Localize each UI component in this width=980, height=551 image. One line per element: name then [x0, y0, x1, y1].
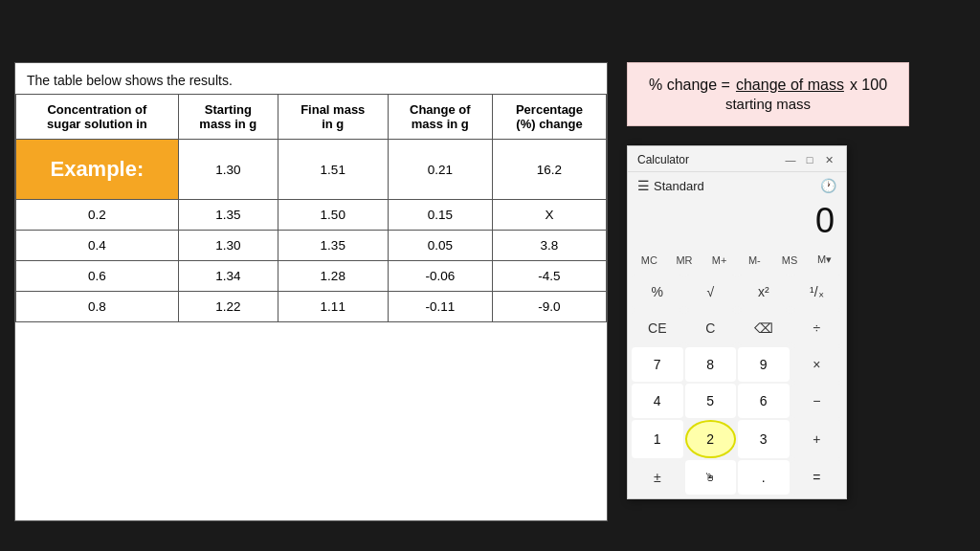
col-header-final-mass: Final massin g: [278, 95, 388, 140]
cell-pct-0: 16.2: [492, 140, 606, 200]
calc-ce-button[interactable]: CE: [632, 311, 683, 345]
calc-close-button[interactable]: ✕: [821, 152, 836, 167]
table-description: The table below shows the results.: [15, 63, 607, 94]
cell-change-3: -0.06: [388, 261, 492, 292]
cell-starting-mass-2: 1.30: [178, 231, 278, 261]
calc-equals-button[interactable]: =: [791, 460, 843, 495]
calc-restore-button[interactable]: □: [802, 152, 817, 167]
table-section: The table below shows the results. Conce…: [14, 62, 608, 521]
cell-final-mass-1: 1.50: [278, 200, 388, 231]
cell-starting-mass-1: 1.35: [178, 200, 278, 231]
calc-header: ☰ Standard 🕐: [628, 172, 846, 197]
history-icon[interactable]: 🕐: [820, 178, 836, 193]
cell-pct-3: -4.5: [492, 261, 606, 292]
cell-final-mass-4: 1.11: [278, 292, 388, 322]
cell-pct-4: -9.0: [492, 292, 606, 322]
calc-titlebar: Calculator — □ ✕: [628, 146, 846, 172]
calc-title: Calculator: [637, 153, 689, 166]
cell-final-mass-3: 1.28: [278, 261, 388, 292]
calc-7-button[interactable]: 7: [632, 347, 683, 382]
cell-change-0: 0.21: [388, 140, 492, 200]
calc-8-button[interactable]: 8: [685, 347, 737, 382]
formula-prefix: % change =: [649, 77, 730, 94]
cell-starting-mass-4: 1.22: [178, 292, 278, 322]
calc-decimal-button[interactable]: .: [738, 460, 790, 495]
calc-sqrt-button[interactable]: √: [685, 275, 737, 309]
calc-ms-button[interactable]: MS: [772, 249, 808, 271]
cell-final-mass-0: 1.51: [278, 140, 388, 200]
table-row: 0.4 1.30 1.35 0.05 3.8: [16, 231, 607, 261]
cell-starting-mass-0: 1.30: [178, 140, 278, 200]
right-section: % change = change of mass x 100 starting…: [627, 62, 909, 499]
calc-add-button[interactable]: +: [791, 420, 843, 458]
cell-change-2: 0.05: [388, 231, 492, 261]
calc-memory-row: MC MR M+ M- MS M▾: [628, 249, 846, 271]
col-header-change-of-mass: Change ofmass in g: [388, 95, 492, 140]
cell-change-1: 0.15: [388, 200, 492, 231]
calc-reciprocal-button[interactable]: ¹/ₓ: [791, 275, 843, 309]
calc-2-button[interactable]: 2: [685, 420, 737, 458]
calculator: Calculator — □ ✕ ☰ Standard 🕐 0 MC: [627, 145, 847, 499]
calc-9-button[interactable]: 9: [738, 347, 790, 382]
table-row: 0.2 1.35 1.50 0.15 X: [16, 200, 607, 231]
cell-pct-2: 3.8: [492, 231, 606, 261]
hamburger-icon[interactable]: ☰: [637, 178, 650, 193]
calc-square-button[interactable]: x²: [738, 275, 790, 309]
table-row: Example: 1.30 1.51 0.21 16.2: [16, 140, 607, 200]
calc-mode-label: Standard: [654, 179, 704, 193]
calc-multiply-button[interactable]: ×: [791, 347, 843, 382]
data-table: Concentration ofsugar solution in Starti…: [15, 94, 607, 322]
calc-3-button[interactable]: 3: [738, 420, 790, 458]
cell-change-4: -0.11: [388, 292, 492, 322]
table-row: 0.6 1.34 1.28 -0.06 -4.5: [16, 261, 607, 292]
calc-1-button[interactable]: 1: [632, 420, 683, 458]
col-header-starting-mass: Startingmass in g: [178, 95, 278, 140]
cell-conc-3: 0.6: [16, 261, 179, 292]
formula-numerator: change of mass: [736, 77, 844, 94]
calc-percent-button[interactable]: %: [632, 275, 683, 309]
calc-4-button[interactable]: 4: [632, 384, 683, 418]
table-row: 0.8 1.22 1.11 -0.11 -9.0: [16, 292, 607, 322]
calc-6-button[interactable]: 6: [738, 384, 790, 418]
example-cell: Example:: [16, 140, 179, 200]
formula-denominator: starting mass: [649, 96, 887, 112]
calc-minimize-button[interactable]: —: [783, 152, 798, 167]
calc-display: 0: [628, 197, 846, 249]
col-header-concentration: Concentration ofsugar solution in: [16, 95, 179, 140]
formula-box: % change = change of mass x 100 starting…: [627, 62, 909, 126]
calc-divide-button[interactable]: ÷: [791, 311, 843, 345]
cell-pct-1: X: [492, 200, 606, 231]
cell-conc-2: 0.4: [16, 231, 179, 261]
calc-window-controls: — □ ✕: [783, 152, 836, 167]
calc-5-button[interactable]: 5: [685, 384, 737, 418]
main-content: The table below shows the results. Conce…: [0, 0, 980, 551]
cell-conc-4: 0.8: [16, 292, 179, 322]
calc-mmore-button[interactable]: M▾: [807, 249, 842, 271]
cell-starting-mass-3: 1.34: [178, 261, 278, 292]
cell-final-mass-2: 1.35: [278, 231, 388, 261]
col-header-percentage-change: Percentage(%) change: [492, 95, 606, 140]
calc-0-button[interactable]: 🖱: [685, 460, 737, 495]
calc-mminus-button[interactable]: M-: [737, 249, 772, 271]
calc-mc-button[interactable]: MC: [632, 249, 667, 271]
calc-backspace-button[interactable]: ⌫: [738, 311, 790, 345]
cell-conc-1: 0.2: [16, 200, 179, 231]
calc-buttons-grid: % √ x² ¹/ₓ CE C ⌫ ÷ 7 8 9 × 4 5 6 −: [628, 273, 846, 498]
calc-mode-section: ☰ Standard: [637, 178, 704, 193]
calc-negate-button[interactable]: ±: [632, 460, 683, 495]
calc-c-button[interactable]: C: [685, 311, 737, 345]
calc-mr-button[interactable]: MR: [667, 249, 702, 271]
formula-multiply: x 100: [850, 77, 887, 94]
calc-mplus-button[interactable]: M+: [702, 249, 737, 271]
calc-subtract-button[interactable]: −: [791, 384, 843, 418]
